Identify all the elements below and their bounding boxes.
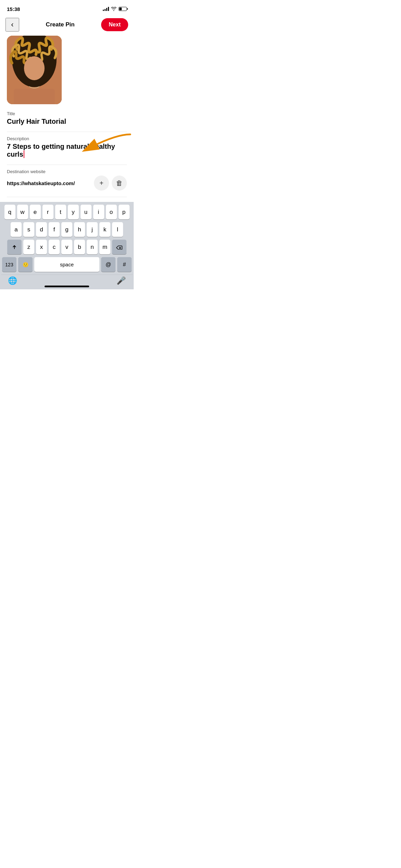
key-v[interactable]: v xyxy=(61,240,72,254)
svg-point-2 xyxy=(24,56,45,80)
key-n[interactable]: n xyxy=(87,240,98,254)
description-field-group: Description 7 Steps to getting natural h… xyxy=(7,136,127,158)
globe-icon[interactable]: 🌐 xyxy=(8,276,17,285)
text-cursor xyxy=(24,150,24,158)
destination-url[interactable]: https://whatskatieupto.com/ xyxy=(7,180,91,186)
microphone-icon[interactable]: 🎤 xyxy=(117,276,126,285)
status-bar: 15:38 xyxy=(0,0,134,15)
key-q[interactable]: q xyxy=(4,205,15,219)
key-s[interactable]: s xyxy=(23,222,34,237)
key-d[interactable]: d xyxy=(36,222,47,237)
key-i[interactable]: i xyxy=(93,205,104,219)
key-o[interactable]: o xyxy=(106,205,117,219)
key-l[interactable]: l xyxy=(112,222,123,237)
numbers-key[interactable]: 123 xyxy=(2,257,16,272)
destination-label: Destination website xyxy=(7,169,127,174)
hash-key[interactable]: # xyxy=(117,257,132,272)
key-k[interactable]: k xyxy=(99,222,110,237)
signal-icon xyxy=(103,7,109,11)
keyboard: q w e r t y u i o p a s d f g h j k l z … xyxy=(0,202,134,289)
shift-key[interactable] xyxy=(7,240,22,254)
key-a[interactable]: a xyxy=(11,222,22,237)
key-g[interactable]: g xyxy=(61,222,72,237)
wifi-icon xyxy=(111,7,117,11)
at-key[interactable]: @ xyxy=(101,257,116,272)
key-j[interactable]: j xyxy=(87,222,98,237)
delete-key[interactable] xyxy=(112,240,126,254)
content-area: Title Curly Hair Tutorial Description 7 … xyxy=(0,36,134,206)
nav-header: ‹ Create Pin Next xyxy=(0,15,134,36)
keyboard-row-3: z x c v b n m xyxy=(1,240,133,254)
keyboard-row-2: a s d f g h j k l xyxy=(1,222,133,237)
home-indicator xyxy=(45,286,89,287)
key-u[interactable]: u xyxy=(81,205,92,219)
divider-1 xyxy=(7,132,127,132)
description-label: Description xyxy=(7,136,127,141)
emoji-key[interactable]: 🙂 xyxy=(18,257,33,272)
next-button[interactable]: Next xyxy=(101,18,128,31)
key-x[interactable]: x xyxy=(36,240,47,254)
key-b[interactable]: b xyxy=(74,240,85,254)
key-h[interactable]: h xyxy=(74,222,85,237)
divider-3 xyxy=(7,197,127,197)
key-t[interactable]: t xyxy=(55,205,66,219)
destination-row: https://whatskatieupto.com/ + 🗑 xyxy=(7,176,127,191)
space-key[interactable]: space xyxy=(34,257,99,272)
title-label: Title xyxy=(7,111,127,116)
key-y[interactable]: y xyxy=(68,205,79,219)
delete-link-button[interactable]: 🗑 xyxy=(112,176,127,191)
key-c[interactable]: c xyxy=(49,240,60,254)
status-time: 15:38 xyxy=(7,6,20,12)
page-title: Create Pin xyxy=(46,21,75,28)
title-value[interactable]: Curly Hair Tutorial xyxy=(7,118,127,125)
key-z[interactable]: z xyxy=(23,240,34,254)
key-m[interactable]: m xyxy=(99,240,110,254)
divider-2 xyxy=(7,165,127,165)
plus-icon: + xyxy=(99,179,104,187)
image-preview xyxy=(7,36,62,104)
back-chevron-icon: ‹ xyxy=(11,20,13,29)
keyboard-row-4: 123 🙂 space @ # xyxy=(1,257,133,272)
svg-rect-3 xyxy=(14,89,55,104)
battery-icon xyxy=(119,7,127,11)
trash-icon: 🗑 xyxy=(116,179,123,187)
description-value[interactable]: 7 Steps to getting natural healthy curls xyxy=(7,143,127,158)
back-button[interactable]: ‹ xyxy=(5,18,19,32)
key-w[interactable]: w xyxy=(17,205,28,219)
destination-field-group: Destination website https://whatskatieup… xyxy=(7,169,127,191)
key-r[interactable]: r xyxy=(42,205,53,219)
key-p[interactable]: p xyxy=(119,205,130,219)
keyboard-row-1: q w e r t y u i o p xyxy=(1,205,133,219)
title-field-group: Title Curly Hair Tutorial xyxy=(7,111,127,125)
status-icons xyxy=(103,7,127,11)
key-e[interactable]: e xyxy=(30,205,41,219)
key-f[interactable]: f xyxy=(49,222,60,237)
add-link-button[interactable]: + xyxy=(94,176,109,191)
